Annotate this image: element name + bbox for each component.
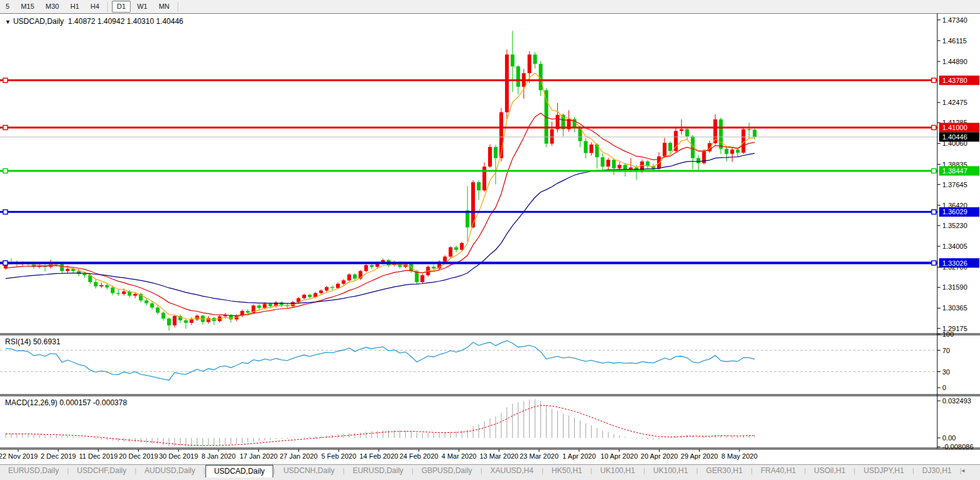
line-endpoint-handle[interactable]: [932, 126, 936, 130]
price-level-badge: 1.38447: [939, 166, 979, 176]
price-tick-label: 1.30365: [942, 304, 967, 312]
chart-tab-fra40-12[interactable]: FRA40,H1: [753, 465, 804, 476]
candle-body: [319, 290, 323, 293]
line-endpoint-handle[interactable]: [932, 261, 936, 265]
rsi-axis-label: 0: [942, 384, 946, 391]
candle-body: [195, 315, 199, 319]
chart-tab-uk100-9[interactable]: UK100,H1: [592, 465, 643, 476]
candle-body: [325, 287, 329, 290]
candle-body: [347, 275, 351, 280]
macd-panel-splitter[interactable]: [0, 394, 937, 397]
candle-body: [601, 157, 604, 166]
candle-body: [466, 210, 469, 227]
line-endpoint-handle[interactable]: [932, 78, 936, 82]
svg-text:1.38447: 1.38447: [942, 167, 967, 175]
chart-tab-usdcad-3[interactable]: USDCAD,Daily: [205, 465, 274, 477]
candle-body: [668, 143, 672, 151]
time-tick-label: 20 Apr 2020: [641, 452, 678, 460]
candle-body: [680, 129, 683, 131]
candle-body: [60, 264, 64, 271]
candle-body: [725, 149, 729, 154]
candle-body: [511, 55, 514, 67]
candle-body: [94, 282, 97, 286]
chart-tab-dj30-15[interactable]: DJ30,H1: [914, 465, 960, 476]
candle-body: [144, 300, 148, 303]
line-endpoint-handle[interactable]: [932, 210, 936, 214]
chart-tab-gbpusd-6[interactable]: GBPUSD,Daily: [413, 465, 481, 476]
candle-body: [753, 129, 756, 137]
time-tick-label: 20 Dec 2019: [119, 452, 158, 460]
candle-body: [606, 160, 610, 166]
line-endpoint-handle[interactable]: [3, 210, 8, 214]
candle-body: [584, 141, 587, 153]
rsi-panel-splitter[interactable]: [0, 332, 937, 335]
chart-tab-usdchf-1[interactable]: USDCHF,Daily: [69, 465, 135, 476]
candle-body: [545, 90, 548, 144]
timeframe-button-h4[interactable]: H4: [85, 1, 104, 13]
svg-text:1.43780: 1.43780: [942, 77, 967, 84]
chart-tab-eurusd-0[interactable]: EURUSD,Daily: [0, 465, 67, 476]
chart-tab-audusd-2[interactable]: AUDUSD,Daily: [136, 465, 204, 476]
chart-window[interactable]: 1.473401.461151.448901.424751.412851.400…: [0, 13, 980, 464]
toolbar-separator: [178, 2, 179, 12]
timeframe-button-m30[interactable]: M30: [41, 1, 64, 13]
time-tick-label: 8 Jan 2020: [202, 452, 236, 460]
candle-body: [528, 55, 531, 74]
time-tick-label: 22 Nov 2019: [0, 452, 38, 460]
macd-axis-label: 0.00: [942, 434, 956, 442]
timeframe-button-d1[interactable]: D1: [112, 1, 131, 13]
svg-text:1.36029: 1.36029: [942, 208, 967, 215]
time-tick-label: 2 Dec 2019: [41, 452, 76, 460]
chart-tab-uk100-10[interactable]: UK100,H1: [645, 465, 696, 476]
price-tick-label: 1.35230: [942, 222, 967, 229]
price-level-badge: 1.41000: [939, 123, 979, 133]
time-tick-label: 10 Apr 2020: [601, 452, 638, 460]
time-tick-label: 11 Dec 2019: [79, 452, 118, 460]
svg-text:1.41000: 1.41000: [942, 124, 967, 131]
time-tick-label: 4 Mar 2020: [442, 452, 477, 460]
line-endpoint-handle[interactable]: [3, 126, 8, 130]
candle-body: [488, 147, 492, 166]
candle-body: [133, 294, 137, 296]
candle-body: [449, 248, 452, 257]
time-tick-label: 8 May 2020: [721, 452, 757, 460]
candle-body: [494, 147, 498, 158]
timeframe-button-5[interactable]: 5: [1, 1, 14, 13]
price-tick-label: 1.37645: [942, 181, 967, 188]
timeframe-button-w1[interactable]: W1: [132, 1, 153, 13]
chart-tab-usoil-13[interactable]: USOil,H1: [806, 465, 854, 476]
candle-body: [477, 182, 481, 190]
line-endpoint-handle[interactable]: [3, 78, 8, 82]
candle-body: [747, 129, 751, 130]
candle-body: [533, 55, 537, 64]
candle-body: [268, 304, 272, 307]
chart-tab-ger30-11[interactable]: GER30,H1: [698, 465, 751, 476]
timeframe-button-mn[interactable]: MN: [154, 1, 175, 13]
timeframe-button-h1[interactable]: H1: [65, 1, 84, 13]
macd-axis-label: 0.032493: [942, 397, 971, 405]
candle-body: [330, 287, 334, 288]
chart-tab-usdjpy-14[interactable]: USDJPY,H1: [856, 465, 912, 476]
candle-body: [161, 313, 165, 319]
candle-body: [420, 275, 424, 282]
chart-tab-usdcnh-4[interactable]: USDCNH,Daily: [275, 465, 342, 476]
chart-tab-hk50-8[interactable]: HK50,H1: [543, 465, 591, 476]
candle-body: [364, 265, 368, 271]
candle-body: [246, 311, 249, 313]
line-endpoint-handle[interactable]: [3, 169, 8, 173]
svg-text:1.33026: 1.33026: [942, 259, 967, 267]
line-endpoint-handle[interactable]: [932, 169, 936, 173]
chart-tab-eurusd-5[interactable]: EURUSD,Daily: [344, 465, 411, 476]
candle-body: [257, 305, 261, 308]
tab-scroll-arrows[interactable]: ◂ ▸: [962, 465, 971, 480]
candle-body: [370, 265, 374, 267]
timeframe-toolbar: 5M15M30H1H4D1W1MN: [0, 0, 980, 14]
price-level-badge: 1.33026: [939, 258, 979, 268]
candle-body: [505, 55, 509, 112]
candle-body: [685, 129, 689, 136]
candle-body: [550, 129, 554, 144]
line-endpoint-handle[interactable]: [3, 261, 8, 265]
chart-tab-xauusd-7[interactable]: XAUUSD,H4: [482, 465, 542, 476]
candle-body: [263, 304, 266, 308]
timeframe-button-m15[interactable]: M15: [16, 1, 39, 13]
